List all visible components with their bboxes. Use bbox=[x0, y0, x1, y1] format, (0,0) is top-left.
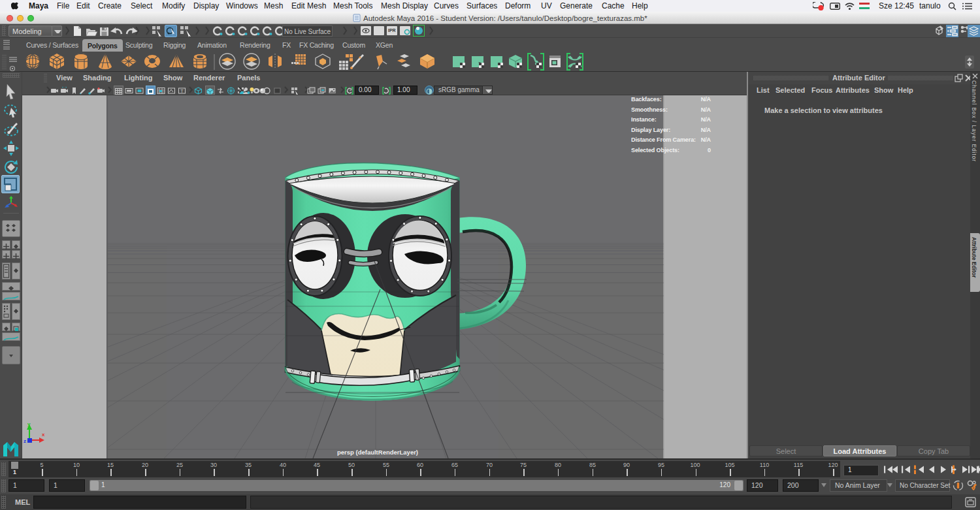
svg-text:Smoothness:: Smoothness: bbox=[631, 106, 668, 113]
svg-text:0: 0 bbox=[708, 147, 711, 153]
svg-text:Display Layer:: Display Layer: bbox=[631, 127, 670, 133]
svg-text:Instance:: Instance: bbox=[631, 116, 657, 123]
svg-text:Distance From Camera:: Distance From Camera: bbox=[631, 136, 696, 143]
svg-text:persp (defaultRenderLayer): persp (defaultRenderLayer) bbox=[337, 449, 418, 456]
svg-text:Backfaces:: Backfaces: bbox=[631, 96, 662, 103]
svg-text:N/A: N/A bbox=[701, 96, 711, 103]
svg-text:x: x bbox=[42, 432, 45, 438]
svg-text:N/A: N/A bbox=[701, 136, 711, 143]
svg-text:z: z bbox=[24, 438, 26, 444]
svg-text:N/A: N/A bbox=[701, 106, 711, 113]
svg-text:T: T bbox=[180, 88, 184, 94]
svg-text:N/A: N/A bbox=[701, 116, 711, 123]
svg-text:y: y bbox=[27, 421, 31, 427]
svg-text:Selected Objects:: Selected Objects: bbox=[631, 147, 679, 153]
svg-text:N/A: N/A bbox=[701, 127, 711, 133]
